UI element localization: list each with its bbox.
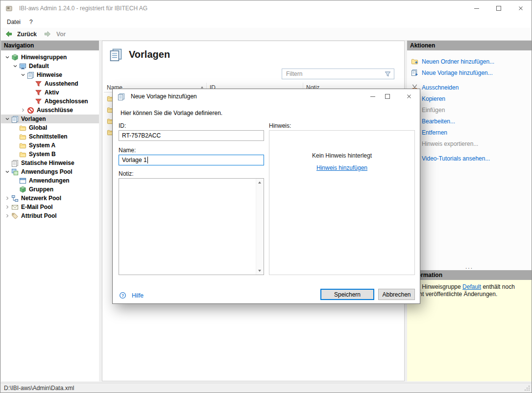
- folder-icon: [19, 142, 26, 149]
- name-field[interactable]: Vorlage 1: [119, 155, 264, 165]
- templates-icon: [11, 116, 19, 123]
- hinweis-label: Hinweis:: [269, 122, 291, 129]
- folder-icon: [19, 133, 26, 140]
- tree-item-attribut-pool[interactable]: Attribut Pool: [1, 211, 99, 220]
- filter-red-icon: [35, 98, 42, 105]
- forward-button: Vor: [44, 30, 66, 38]
- add-hinweis-link[interactable]: Hinweis hinzufügen: [316, 164, 367, 171]
- dialog-titlebar: Neue Vorlage hinzufügen: [113, 89, 420, 104]
- window-icon: [19, 177, 26, 185]
- tree-item-hinweise[interactable]: Hinweise: [1, 70, 99, 79]
- actions-panel: Aktionen Neuen Ordner hinzufügen... Neue…: [407, 41, 532, 381]
- chevron-down-icon[interactable]: [4, 54, 11, 61]
- template-add-icon: [411, 69, 418, 76]
- forward-arrow-icon: [44, 30, 51, 38]
- tree-item-aktiv[interactable]: Aktiv: [1, 88, 99, 97]
- tree-item-default[interactable]: Default: [1, 62, 99, 70]
- id-field[interactable]: [119, 130, 264, 141]
- action-paste: Einfügen: [407, 105, 532, 115]
- close-button[interactable]: [509, 0, 532, 16]
- filter-funnel-icon[interactable]: [384, 70, 391, 78]
- minimize-button[interactable]: [465, 0, 487, 16]
- resize-grip[interactable]: [524, 385, 531, 392]
- tree-item-gruppen[interactable]: Gruppen: [1, 185, 99, 194]
- cancel-button[interactable]: Abbrechen: [378, 289, 415, 300]
- default-group-link[interactable]: Default: [462, 283, 481, 290]
- chevron-right-icon[interactable]: [20, 107, 26, 114]
- dialog-maximize-button[interactable]: [380, 89, 395, 104]
- tree-item-netzwerk-pool[interactable]: Netzwerk Pool: [1, 194, 99, 203]
- new-template-dialog: Neue Vorlage hinzufügen Hier können Sie …: [112, 89, 420, 304]
- chevron-right-icon[interactable]: [4, 212, 11, 219]
- tree-item-global[interactable]: Global: [1, 123, 99, 132]
- filter-input[interactable]: Filtern: [282, 69, 394, 79]
- notice-group-icon: [19, 63, 26, 70]
- chevron-down-icon[interactable]: [4, 168, 11, 175]
- action-new-folder[interactable]: Neuen Ordner hinzufügen...: [407, 56, 532, 67]
- dialog-close-button[interactable]: [398, 89, 420, 104]
- tree-item-statische-hinweise[interactable]: Statische Hinweise: [1, 159, 99, 167]
- tree-item-ausstehend[interactable]: Ausstehend: [1, 79, 99, 88]
- help-link[interactable]: Hilfe: [119, 292, 144, 299]
- menu-datei[interactable]: Datei: [2, 17, 25, 27]
- action-cut[interactable]: Ausschneiden: [407, 82, 532, 92]
- network-icon: [11, 195, 19, 202]
- tree-item-vorlagen[interactable]: Vorlagen: [1, 115, 99, 123]
- information-message: Die Hinweisgruppe Default enthält noch n…: [407, 280, 532, 381]
- tree-item-anwendungen[interactable]: Anwendungen: [1, 176, 99, 185]
- actions-list: Neuen Ordner hinzufügen... Neue Vorlage …: [407, 50, 532, 270]
- static-notes-icon: [11, 160, 19, 167]
- hinweis-empty-text: Kein Hinweis hinterlegt: [269, 152, 414, 159]
- app-pool-icon: [11, 168, 19, 176]
- scroll-down-icon[interactable]: [256, 267, 264, 275]
- dialog-body: Hier können Sie die Vorlage definieren. …: [113, 104, 420, 304]
- filter-red-icon: [35, 80, 42, 88]
- window-controls: [465, 0, 532, 16]
- dialog-minimize-button[interactable]: [365, 89, 380, 104]
- action-video-tutorials[interactable]: Video-Tutorials ansehen...: [407, 153, 532, 163]
- action-remove[interactable]: Entfernen: [407, 127, 532, 138]
- dialog-template-icon: [118, 93, 125, 100]
- tree-item-email-pool[interactable]: E-Mail Pool: [1, 203, 99, 211]
- id-label: ID:: [119, 122, 126, 129]
- statusbar: D:\IBI-aws\Admin\Data.xml: [0, 383, 532, 393]
- tree-item-ausschluesse[interactable]: Ausschlüsse: [1, 106, 99, 115]
- data-file-path: D:\IBI-aws\Admin\Data.xml: [4, 385, 74, 392]
- chevron-right-icon[interactable]: [4, 195, 11, 202]
- scrollbar[interactable]: [256, 179, 264, 275]
- minimize-icon: [474, 8, 479, 9]
- main-header: Vorlagen: [109, 48, 170, 61]
- tree-item-abgeschlossen[interactable]: Abgeschlossen: [1, 97, 99, 106]
- action-edit[interactable]: Bearbeiten...: [407, 116, 532, 126]
- tree-item-system-a[interactable]: System A: [1, 141, 99, 150]
- page-title: Vorlagen: [129, 49, 170, 60]
- action-copy[interactable]: Kopieren: [407, 93, 532, 104]
- filter-red-icon: [35, 89, 42, 96]
- notiz-label: Notiz:: [119, 170, 134, 177]
- templates-page-icon: [109, 48, 122, 61]
- close-icon: [517, 5, 524, 12]
- app-window: IBI-aws Admin 1.24.0 - registriert für I…: [0, 0, 532, 393]
- group-cube-icon: [11, 54, 19, 61]
- tree-item-hinweisgruppen[interactable]: Hinweisgruppen: [1, 53, 99, 62]
- maximize-button[interactable]: [487, 0, 509, 16]
- tree-item-schnittstellen[interactable]: Schnittstellen: [1, 132, 99, 141]
- folder-icon: [19, 124, 26, 132]
- groups-icon: [19, 186, 26, 193]
- notiz-field[interactable]: [119, 178, 264, 275]
- chevron-down-icon[interactable]: [12, 63, 19, 69]
- menu-help[interactable]: ?: [25, 17, 37, 27]
- no-entry-icon: [27, 107, 34, 114]
- tree-item-anwendungs-pool[interactable]: Anwendungs Pool: [1, 167, 99, 176]
- save-button[interactable]: Speichern: [320, 289, 374, 300]
- chevron-right-icon[interactable]: [4, 204, 11, 210]
- dialog-title: Neue Vorlage hinzufügen: [131, 93, 365, 100]
- tree-item-system-b[interactable]: System B: [1, 150, 99, 159]
- hinweis-panel: Kein Hinweis hinterlegt Hinweis hinzufüg…: [269, 130, 415, 275]
- folder-add-icon: [411, 58, 418, 65]
- back-button[interactable]: Zurück: [4, 30, 37, 38]
- scroll-up-icon[interactable]: [256, 179, 264, 186]
- chevron-down-icon[interactable]: [20, 71, 26, 78]
- chevron-down-icon[interactable]: [4, 116, 11, 122]
- action-new-template[interactable]: Neue Vorlage hinzufügen...: [407, 68, 532, 78]
